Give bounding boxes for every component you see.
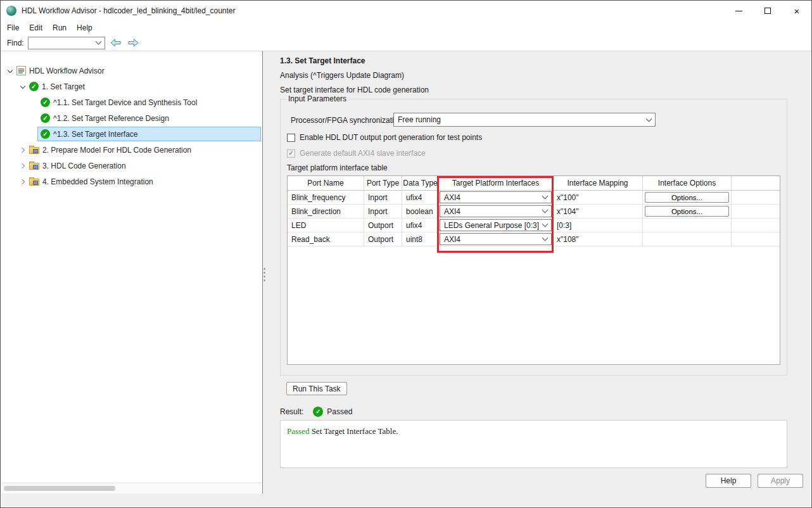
close-button[interactable]: × [782, 1, 811, 21]
cell-interface: AXI4 [439, 205, 553, 218]
interface-select-blink-frequency[interactable]: AXI4 [440, 191, 552, 203]
apply-button[interactable]: Apply [758, 474, 803, 488]
chevron-down-icon [646, 115, 652, 122]
chevron-down-icon[interactable] [95, 39, 101, 45]
window-controls: × [724, 1, 811, 21]
tree-item-hdl-code-generation[interactable]: 3. HDL Code Generation [1, 158, 262, 174]
tree-item-hdl-workflow-advisor[interactable]: HDL Workflow Advisor [1, 63, 262, 79]
header-data-type: Data Type [402, 176, 439, 190]
test-points-checkbox-row: Enable HDL DUT output port generation fo… [287, 133, 482, 142]
interface-select-led[interactable]: LEDs General Purpose [0:3] [440, 219, 552, 231]
chevron-expanded-icon[interactable] [5, 66, 15, 76]
cell-data-type: boolean [402, 205, 439, 218]
menu-edit[interactable]: Edit [24, 22, 48, 34]
cell-interface-options: Options... [643, 191, 732, 204]
task-panel: 1.3. Set Target Interface Analysis (^Tri… [267, 51, 811, 507]
result-label: Result: [280, 407, 303, 416]
tree-item-prepare-model[interactable]: 2. Prepare Model For HDL Code Generation [1, 142, 262, 158]
options-button-blink-direction[interactable]: Options... [645, 206, 729, 217]
cell-data-type: uint8 [402, 232, 439, 246]
find-previous-button[interactable] [109, 37, 123, 49]
processor-fpga-sync-select[interactable]: Free running [393, 113, 656, 127]
cell-port-name: Blink_frequency [288, 191, 364, 204]
tree-item-set-target[interactable]: ✓ 1. Set Target [1, 79, 262, 94]
chevron-collapsed-icon[interactable] [18, 177, 28, 187]
passed-check-icon: ✓ [29, 82, 39, 91]
menu-run[interactable]: Run [48, 22, 72, 34]
cell-interface-mapping: x"100" [553, 191, 643, 204]
task-folder-icon [29, 179, 39, 186]
find-toolbar: Find: [1, 35, 811, 51]
axi4-slave-checkbox-row: ✓ Generate default AXI4 slave interface [287, 149, 426, 158]
maximize-button[interactable] [753, 1, 782, 21]
minimize-icon [735, 11, 742, 11]
tree-horizontal-scrollbar-thumb[interactable] [4, 486, 115, 491]
tree-item-label: 3. HDL Code Generation [42, 162, 126, 170]
task-folder-icon [29, 163, 39, 170]
chevron-down-icon [542, 221, 549, 227]
cell-port-name: Read_back [288, 232, 364, 246]
chevron-collapsed-icon[interactable] [18, 161, 28, 171]
tree-item-set-target-reference-design[interactable]: ✓ ^1.2. Set Target Reference Design [1, 110, 262, 126]
header-port-name: Port Name [288, 176, 364, 190]
tree-item-label: 2. Prepare Model For HDL Code Generation [42, 146, 191, 155]
result-message-box: Passed Set Target Interface Table. [280, 420, 787, 468]
tree-item-label: 1. Set Target [42, 82, 85, 91]
tree-item-embedded-system-integration[interactable]: 4. Embedded System Integration [1, 174, 262, 189]
app-icon [6, 6, 16, 16]
close-icon: × [794, 6, 800, 16]
table-row: Blink_frequency Inport ufix4 AXI4 x"100"… [288, 191, 780, 205]
result-row: Result: ✓ Passed [280, 406, 352, 417]
title-bar: HDL Workflow Advisor - hdlcoder_led_blin… [1, 1, 811, 21]
interface-select-read-back[interactable]: AXI4 [440, 233, 552, 245]
cell-filler [732, 205, 780, 218]
test-points-checkbox[interactable] [287, 134, 295, 142]
chevron-down-icon [542, 207, 549, 213]
test-points-checkbox-label[interactable]: Enable HDL DUT output port generation fo… [300, 133, 482, 142]
cell-port-name: LED [288, 219, 364, 232]
interface-selected-value: AXI4 [444, 235, 540, 244]
tree-item-set-target-device[interactable]: ✓ ^1.1. Set Target Device and Synthesis … [1, 94, 262, 110]
find-label: Find: [7, 39, 24, 48]
interface-selected-value: LEDs General Purpose [0:3] [444, 221, 540, 230]
sync-label: Processor/FPGA synchronization: [291, 116, 404, 125]
sync-selected-value: Free running [398, 115, 644, 124]
tree-item-set-target-interface[interactable]: ✓ ^1.3. Set Target Interface [1, 126, 262, 142]
chevron-down-icon [542, 193, 549, 200]
chevron-expanded-icon[interactable] [18, 82, 28, 92]
maximize-icon [764, 8, 771, 14]
cell-interface-options [643, 219, 732, 232]
cell-filler [732, 191, 780, 204]
minimize-button[interactable] [724, 1, 753, 21]
hdl-workflow-advisor-window: HDL Workflow Advisor - hdlcoder_led_blin… [0, 0, 812, 508]
cell-data-type: ufix4 [402, 219, 439, 232]
tree-item-label: 4. Embedded System Integration [42, 177, 153, 186]
cell-interface: AXI4 [439, 232, 553, 246]
splitter-grip-icon [263, 268, 265, 281]
cell-interface: AXI4 [439, 191, 553, 204]
run-this-task-button[interactable]: Run This Task [286, 382, 347, 395]
cell-filler [732, 219, 780, 232]
chevron-down-icon [542, 235, 549, 241]
menu-help[interactable]: Help [72, 22, 98, 34]
find-next-button[interactable] [127, 37, 141, 49]
menu-file[interactable]: File [2, 22, 24, 34]
main-area: HDL Workflow Advisor ✓ 1. Set Target ✓ ^… [1, 51, 811, 507]
table-header-row: Port Name Port Type Data Type Target Pla… [288, 176, 780, 191]
header-filler [732, 176, 780, 190]
help-button[interactable]: Help [706, 474, 751, 488]
check-icon: ✓ [288, 150, 293, 156]
tree-horizontal-scrollbar-track[interactable] [1, 483, 262, 493]
find-combobox[interactable] [28, 37, 105, 49]
analysis-text: Analysis (^Triggers Update Diagram) [280, 71, 404, 80]
cell-port-name: Blink_direction [288, 205, 364, 218]
task-description: Set target interface for HDL code genera… [280, 86, 429, 94]
options-button-blink-frequency[interactable]: Options... [645, 192, 729, 203]
passed-check-icon: ✓ [41, 98, 50, 107]
find-input[interactable] [29, 37, 95, 49]
axi4-slave-checkbox: ✓ [287, 149, 295, 158]
chevron-collapsed-icon[interactable] [18, 145, 28, 155]
result-status-text: Passed [327, 407, 352, 416]
cell-interface-mapping: x"104" [553, 205, 643, 218]
interface-select-blink-direction[interactable]: AXI4 [440, 205, 552, 217]
